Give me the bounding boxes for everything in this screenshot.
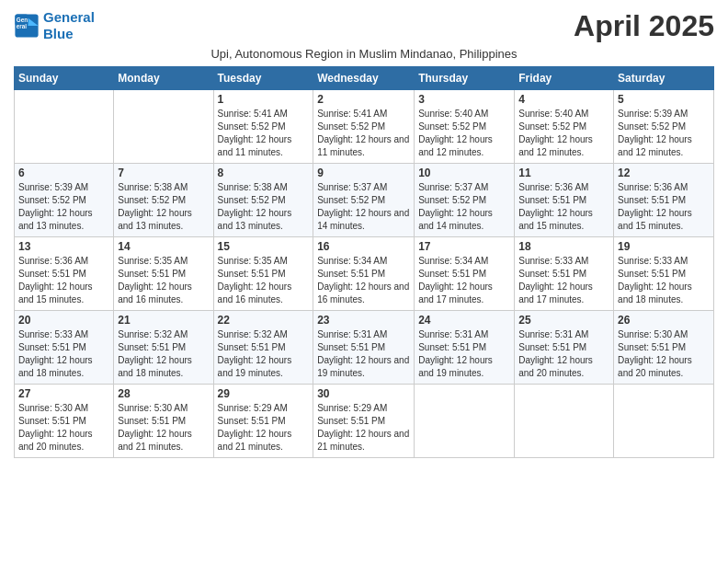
day-cell: 21Sunrise: 5:32 AM Sunset: 5:51 PM Dayli… <box>114 311 213 385</box>
day-info: Sunrise: 5:33 AM Sunset: 5:51 PM Dayligh… <box>18 328 109 380</box>
day-number: 4 <box>518 93 609 106</box>
day-info: Sunrise: 5:33 AM Sunset: 5:51 PM Dayligh… <box>618 255 710 306</box>
title-block: April 2025 <box>574 9 714 43</box>
header-row: SundayMondayTuesdayWednesdayThursdayFrid… <box>15 67 714 90</box>
day-cell: 16Sunrise: 5:34 AM Sunset: 5:51 PM Dayli… <box>313 237 415 311</box>
day-info: Sunrise: 5:31 AM Sunset: 5:51 PM Dayligh… <box>418 328 510 380</box>
week-row-4: 20Sunrise: 5:33 AM Sunset: 5:51 PM Dayli… <box>15 311 714 385</box>
day-info: Sunrise: 5:31 AM Sunset: 5:51 PM Dayligh… <box>518 328 609 380</box>
day-cell: 1Sunrise: 5:41 AM Sunset: 5:52 PM Daylig… <box>213 90 313 164</box>
day-cell: 7Sunrise: 5:38 AM Sunset: 5:52 PM Daylig… <box>114 164 213 237</box>
day-info: Sunrise: 5:36 AM Sunset: 5:51 PM Dayligh… <box>18 255 109 306</box>
day-number: 8 <box>218 167 310 179</box>
day-number: 13 <box>18 240 109 253</box>
logo-icon: Gen eral <box>14 13 40 39</box>
day-info: Sunrise: 5:37 AM Sunset: 5:52 PM Dayligh… <box>418 181 510 233</box>
month-title: April 2025 <box>574 9 714 43</box>
day-number: 11 <box>518 167 609 179</box>
day-cell: 19Sunrise: 5:33 AM Sunset: 5:51 PM Dayli… <box>614 237 714 311</box>
day-info: Sunrise: 5:38 AM Sunset: 5:52 PM Dayligh… <box>218 181 310 233</box>
week-row-2: 6Sunrise: 5:39 AM Sunset: 5:52 PM Daylig… <box>15 164 714 237</box>
day-info: Sunrise: 5:41 AM Sunset: 5:52 PM Dayligh… <box>218 108 310 159</box>
day-cell: 11Sunrise: 5:36 AM Sunset: 5:51 PM Dayli… <box>515 164 614 237</box>
day-number: 15 <box>218 240 310 253</box>
week-row-3: 13Sunrise: 5:36 AM Sunset: 5:51 PM Dayli… <box>15 237 714 311</box>
day-number: 9 <box>317 167 410 179</box>
day-cell: 3Sunrise: 5:40 AM Sunset: 5:52 PM Daylig… <box>415 90 515 164</box>
day-info: Sunrise: 5:39 AM Sunset: 5:52 PM Dayligh… <box>618 108 710 159</box>
day-number: 23 <box>317 314 410 327</box>
day-info: Sunrise: 5:36 AM Sunset: 5:51 PM Dayligh… <box>618 181 710 233</box>
day-number: 5 <box>618 93 710 106</box>
day-cell: 6Sunrise: 5:39 AM Sunset: 5:52 PM Daylig… <box>15 164 114 237</box>
day-info: Sunrise: 5:34 AM Sunset: 5:51 PM Dayligh… <box>418 255 510 306</box>
day-number: 6 <box>18 167 109 179</box>
day-number: 27 <box>18 387 109 400</box>
day-info: Sunrise: 5:32 AM Sunset: 5:51 PM Dayligh… <box>218 328 310 380</box>
day-info: Sunrise: 5:40 AM Sunset: 5:52 PM Dayligh… <box>518 108 609 159</box>
day-number: 30 <box>317 387 410 400</box>
logo-line1: General <box>43 9 95 25</box>
day-cell <box>15 90 114 164</box>
day-info: Sunrise: 5:34 AM Sunset: 5:51 PM Dayligh… <box>317 255 410 306</box>
header-cell-saturday: Saturday <box>614 67 714 90</box>
svg-text:eral: eral <box>17 23 27 29</box>
header-cell-tuesday: Tuesday <box>213 67 313 90</box>
day-cell: 28Sunrise: 5:30 AM Sunset: 5:51 PM Dayli… <box>114 385 213 458</box>
day-info: Sunrise: 5:31 AM Sunset: 5:51 PM Dayligh… <box>317 328 410 380</box>
week-row-5: 27Sunrise: 5:30 AM Sunset: 5:51 PM Dayli… <box>15 385 714 458</box>
day-number: 14 <box>118 240 209 253</box>
day-cell: 27Sunrise: 5:30 AM Sunset: 5:51 PM Dayli… <box>15 385 114 458</box>
header-cell-friday: Friday <box>515 67 614 90</box>
page-header: Gen eral General Blue April 2025 <box>14 9 714 43</box>
calendar-table: SundayMondayTuesdayWednesdayThursdayFrid… <box>14 66 714 458</box>
day-number: 1 <box>218 93 310 106</box>
logo-line2: Blue <box>43 26 74 41</box>
day-cell: 30Sunrise: 5:29 AM Sunset: 5:51 PM Dayli… <box>313 385 415 458</box>
day-number: 22 <box>218 314 310 327</box>
day-cell: 20Sunrise: 5:33 AM Sunset: 5:51 PM Dayli… <box>15 311 114 385</box>
header-cell-sunday: Sunday <box>15 67 114 90</box>
day-number: 3 <box>418 93 510 106</box>
logo-text: General Blue <box>43 9 95 42</box>
day-cell: 23Sunrise: 5:31 AM Sunset: 5:51 PM Dayli… <box>313 311 415 385</box>
day-number: 28 <box>118 387 209 400</box>
day-cell: 24Sunrise: 5:31 AM Sunset: 5:51 PM Dayli… <box>415 311 515 385</box>
day-number: 20 <box>18 314 109 327</box>
day-cell <box>515 385 614 458</box>
logo: Gen eral General Blue <box>14 9 95 42</box>
day-number: 29 <box>218 387 310 400</box>
day-info: Sunrise: 5:39 AM Sunset: 5:52 PM Dayligh… <box>18 181 109 233</box>
day-cell: 13Sunrise: 5:36 AM Sunset: 5:51 PM Dayli… <box>15 237 114 311</box>
day-number: 25 <box>518 314 609 327</box>
day-cell: 12Sunrise: 5:36 AM Sunset: 5:51 PM Dayli… <box>614 164 714 237</box>
day-cell <box>114 90 213 164</box>
day-cell: 29Sunrise: 5:29 AM Sunset: 5:51 PM Dayli… <box>213 385 313 458</box>
day-number: 18 <box>518 240 609 253</box>
day-cell: 26Sunrise: 5:30 AM Sunset: 5:51 PM Dayli… <box>614 311 714 385</box>
day-cell: 2Sunrise: 5:41 AM Sunset: 5:52 PM Daylig… <box>313 90 415 164</box>
day-number: 24 <box>418 314 510 327</box>
day-info: Sunrise: 5:36 AM Sunset: 5:51 PM Dayligh… <box>518 181 609 233</box>
day-info: Sunrise: 5:38 AM Sunset: 5:52 PM Dayligh… <box>118 181 209 233</box>
day-info: Sunrise: 5:32 AM Sunset: 5:51 PM Dayligh… <box>118 328 209 380</box>
day-cell: 14Sunrise: 5:35 AM Sunset: 5:51 PM Dayli… <box>114 237 213 311</box>
day-cell: 25Sunrise: 5:31 AM Sunset: 5:51 PM Dayli… <box>515 311 614 385</box>
day-cell: 17Sunrise: 5:34 AM Sunset: 5:51 PM Dayli… <box>415 237 515 311</box>
day-info: Sunrise: 5:33 AM Sunset: 5:51 PM Dayligh… <box>518 255 609 306</box>
day-info: Sunrise: 5:37 AM Sunset: 5:52 PM Dayligh… <box>317 181 410 233</box>
day-number: 2 <box>317 93 410 106</box>
svg-text:Gen: Gen <box>17 17 28 23</box>
day-info: Sunrise: 5:35 AM Sunset: 5:51 PM Dayligh… <box>118 255 209 306</box>
day-cell: 22Sunrise: 5:32 AM Sunset: 5:51 PM Dayli… <box>213 311 313 385</box>
day-cell: 5Sunrise: 5:39 AM Sunset: 5:52 PM Daylig… <box>614 90 714 164</box>
day-cell: 18Sunrise: 5:33 AM Sunset: 5:51 PM Dayli… <box>515 237 614 311</box>
day-number: 17 <box>418 240 510 253</box>
day-cell: 9Sunrise: 5:37 AM Sunset: 5:52 PM Daylig… <box>313 164 415 237</box>
day-cell <box>614 385 714 458</box>
week-row-1: 1Sunrise: 5:41 AM Sunset: 5:52 PM Daylig… <box>15 90 714 164</box>
day-number: 10 <box>418 167 510 179</box>
day-info: Sunrise: 5:30 AM Sunset: 5:51 PM Dayligh… <box>18 402 109 454</box>
subtitle: Upi, Autonomous Region in Muslim Mindana… <box>14 47 714 61</box>
day-info: Sunrise: 5:35 AM Sunset: 5:51 PM Dayligh… <box>218 255 310 306</box>
